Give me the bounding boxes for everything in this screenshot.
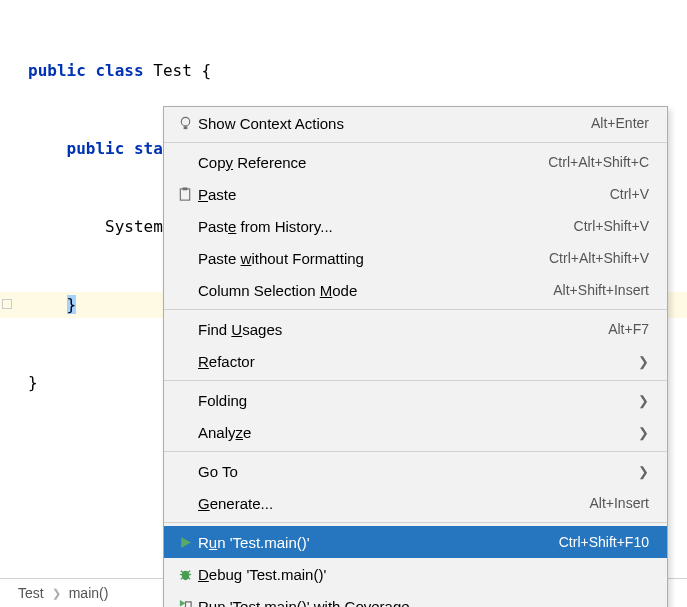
menu-separator — [164, 309, 667, 310]
menu-shortcut: Ctrl+Alt+Shift+C — [548, 154, 649, 170]
close-brace: } — [28, 373, 38, 392]
menu-shortcut: Alt+Insert — [589, 495, 649, 511]
context-menu: Show Context Actions Alt+Enter Copy Refe… — [163, 106, 668, 607]
svg-rect-1 — [183, 126, 187, 129]
menu-label: Column Selection Mode — [198, 282, 553, 299]
menu-item-show-context-actions[interactable]: Show Context Actions Alt+Enter — [164, 107, 667, 139]
menu-item-copy-reference[interactable]: Copy Reference Ctrl+Alt+Shift+C — [164, 146, 667, 178]
chevron-right-icon: ❯ — [638, 464, 649, 479]
bug-icon — [172, 567, 198, 582]
menu-label: Generate... — [198, 495, 589, 512]
menu-shortcut: Alt+Enter — [591, 115, 649, 131]
menu-item-paste-history[interactable]: Paste from History... Ctrl+Shift+V — [164, 210, 667, 242]
bulb-icon — [172, 116, 198, 131]
coverage-icon — [172, 599, 198, 608]
menu-separator — [164, 142, 667, 143]
menu-item-analyze[interactable]: Analyze ❯ — [164, 416, 667, 448]
menu-separator — [164, 380, 667, 381]
menu-label: Run 'Test.main()' — [198, 534, 559, 551]
svg-rect-3 — [183, 187, 188, 190]
menu-item-goto[interactable]: Go To ❯ — [164, 455, 667, 487]
svg-line-9 — [180, 577, 182, 579]
menu-item-run-coverage[interactable]: Run 'Test.main()' with Coverage — [164, 590, 667, 607]
menu-label: Analyze — [198, 424, 638, 441]
menu-label: Run 'Test.main()' with Coverage — [198, 598, 649, 608]
menu-shortcut: Alt+F7 — [608, 321, 649, 337]
menu-item-paste[interactable]: Paste Ctrl+V — [164, 178, 667, 210]
menu-separator — [164, 522, 667, 523]
menu-item-generate[interactable]: Generate... Alt+Insert — [164, 487, 667, 519]
menu-item-debug[interactable]: Debug 'Test.main()' — [164, 558, 667, 590]
menu-separator — [164, 451, 667, 452]
menu-label: Show Context Actions — [198, 115, 591, 132]
breadcrumb-item[interactable]: main() — [69, 585, 109, 601]
menu-item-folding[interactable]: Folding ❯ — [164, 384, 667, 416]
gutter-marker-icon[interactable] — [2, 299, 12, 309]
code-line[interactable]: public class Test { — [0, 58, 687, 84]
keyword: public — [28, 61, 86, 80]
menu-item-refactor[interactable]: Refactor ❯ — [164, 345, 667, 377]
menu-label: Paste — [198, 186, 610, 203]
svg-line-10 — [187, 577, 189, 579]
breadcrumb-item[interactable]: Test — [18, 585, 44, 601]
menu-item-run[interactable]: Run 'Test.main()' Ctrl+Shift+F10 — [164, 526, 667, 558]
menu-shortcut: Ctrl+Shift+F10 — [559, 534, 649, 550]
menu-label: Find Usages — [198, 321, 608, 338]
svg-line-8 — [187, 570, 189, 572]
keyword: public — [67, 139, 125, 158]
svg-rect-2 — [180, 188, 189, 199]
menu-label: Go To — [198, 463, 638, 480]
svg-point-0 — [181, 117, 189, 125]
keyword: class — [95, 61, 143, 80]
menu-label: Refactor — [198, 353, 638, 370]
menu-item-column-selection[interactable]: Column Selection Mode Alt+Shift+Insert — [164, 274, 667, 306]
menu-item-find-usages[interactable]: Find Usages Alt+F7 — [164, 313, 667, 345]
menu-shortcut: Ctrl+Shift+V — [574, 218, 649, 234]
menu-item-paste-without-formatting[interactable]: Paste without Formatting Ctrl+Alt+Shift+… — [164, 242, 667, 274]
class-name: Test { — [153, 61, 211, 80]
menu-label: Copy Reference — [198, 154, 548, 171]
brace-match: } — [67, 295, 77, 314]
chevron-right-icon: ❯ — [638, 425, 649, 440]
menu-shortcut: Ctrl+V — [610, 186, 649, 202]
play-icon — [172, 536, 198, 549]
menu-label: Folding — [198, 392, 638, 409]
clipboard-icon — [172, 187, 198, 202]
chevron-right-icon: ❯ — [638, 354, 649, 369]
menu-label: Paste from History... — [198, 218, 574, 235]
menu-shortcut: Ctrl+Alt+Shift+V — [549, 250, 649, 266]
chevron-right-icon: ❯ — [638, 393, 649, 408]
chevron-right-icon: ❯ — [52, 587, 61, 600]
menu-label: Debug 'Test.main()' — [198, 566, 649, 583]
menu-label: Paste without Formatting — [198, 250, 549, 267]
svg-line-7 — [180, 570, 182, 572]
menu-shortcut: Alt+Shift+Insert — [553, 282, 649, 298]
